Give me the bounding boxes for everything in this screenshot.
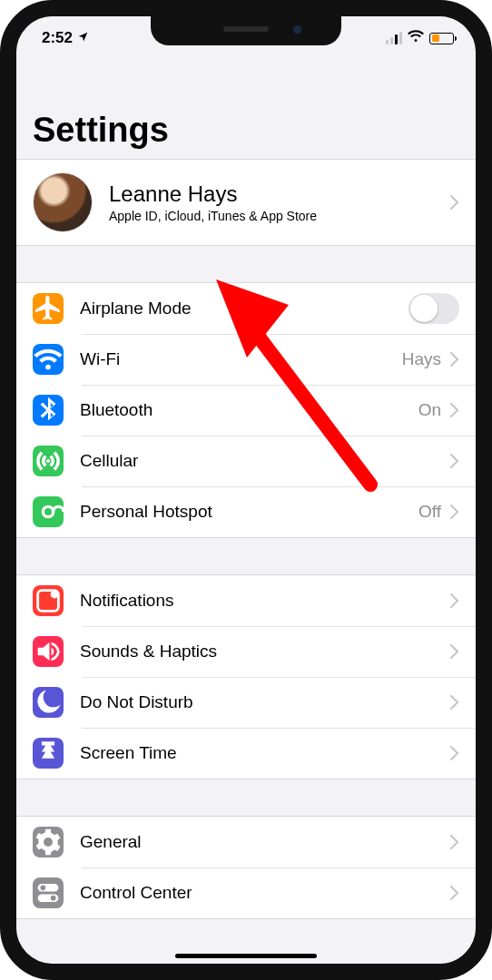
chevron-right-icon <box>450 593 459 608</box>
svg-point-5 <box>51 896 56 901</box>
hotspot-icon <box>33 496 64 527</box>
row-label: Personal Hotspot <box>80 502 418 522</box>
profile-name: Leanne Hays <box>109 181 450 207</box>
chevron-right-icon <box>450 195 459 210</box>
profile-row[interactable]: Leanne Hays Apple ID, iCloud, iTunes & A… <box>16 160 476 245</box>
general-icon <box>33 827 64 858</box>
notifications-icon <box>33 585 64 616</box>
airplane-toggle[interactable] <box>408 293 459 324</box>
row-value: Hays <box>402 349 441 369</box>
bluetooth-row[interactable]: BluetoothOn <box>16 385 476 436</box>
general-group: GeneralControl Center <box>16 816 476 919</box>
statusbar-time: 2:52 <box>42 29 73 47</box>
cellular-icon <box>33 446 64 476</box>
row-label: Control Center <box>80 883 450 903</box>
wi-fi-row[interactable]: Wi-FiHays <box>16 334 476 385</box>
wifi-icon <box>408 29 424 47</box>
airplane-icon <box>33 293 64 324</box>
chevron-right-icon <box>450 886 459 900</box>
profile-subtitle: Apple ID, iCloud, iTunes & App Store <box>109 209 450 223</box>
row-label: Bluetooth <box>80 400 418 420</box>
row-label: Sounds & Haptics <box>80 642 450 662</box>
row-label: Wi-Fi <box>80 349 402 369</box>
avatar <box>33 172 93 232</box>
chevron-right-icon <box>450 454 459 468</box>
battery-icon <box>429 33 454 44</box>
svg-point-1 <box>51 590 59 598</box>
notifications-group: NotificationsSounds & HapticsDo Not Dist… <box>16 574 476 779</box>
notifications-row[interactable]: Notifications <box>16 575 476 626</box>
chevron-right-icon <box>450 835 459 849</box>
general-row[interactable]: General <box>16 817 476 867</box>
wifi-icon <box>33 344 64 375</box>
sounds-icon <box>33 636 64 667</box>
row-label: Airplane Mode <box>80 299 408 318</box>
screen: 2:52 Settings Leanne H <box>16 16 476 964</box>
cellular-row[interactable]: Cellular <box>16 436 476 486</box>
phone-notch <box>151 16 341 45</box>
bluetooth-icon <box>33 395 64 426</box>
row-label: Screen Time <box>80 743 450 763</box>
sounds-haptics-row[interactable]: Sounds & Haptics <box>16 626 476 677</box>
cellular-signal-icon <box>386 32 402 44</box>
chevron-right-icon <box>450 695 459 710</box>
chevron-right-icon <box>450 352 459 367</box>
row-value: On <box>418 400 441 420</box>
row-label: Notifications <box>80 591 450 611</box>
control-center-row[interactable]: Control Center <box>16 867 476 918</box>
chevron-right-icon <box>450 403 459 417</box>
personal-hotspot-row[interactable]: Personal HotspotOff <box>16 486 476 537</box>
row-value: Off <box>418 502 441 522</box>
row-label: Do Not Disturb <box>80 692 450 712</box>
row-label: Cellular <box>80 451 450 471</box>
control-icon <box>33 877 64 908</box>
page-title: Settings <box>16 60 476 159</box>
screen-time-row[interactable]: Screen Time <box>16 728 476 779</box>
screentime-icon <box>33 738 64 769</box>
do-not-disturb-row[interactable]: Do Not Disturb <box>16 677 476 728</box>
phone-frame: 2:52 Settings Leanne H <box>0 0 492 980</box>
chevron-right-icon <box>450 505 459 519</box>
dnd-icon <box>33 687 64 718</box>
connectivity-group: Airplane ModeWi-FiHaysBluetoothOnCellula… <box>16 282 476 538</box>
profile-group: Leanne Hays Apple ID, iCloud, iTunes & A… <box>16 159 476 246</box>
location-services-icon <box>77 29 89 47</box>
chevron-right-icon <box>450 746 459 760</box>
home-indicator[interactable] <box>175 954 317 958</box>
row-label: General <box>80 832 450 852</box>
svg-point-3 <box>41 886 46 891</box>
airplane-mode-row[interactable]: Airplane Mode <box>16 283 476 334</box>
chevron-right-icon <box>450 644 459 659</box>
